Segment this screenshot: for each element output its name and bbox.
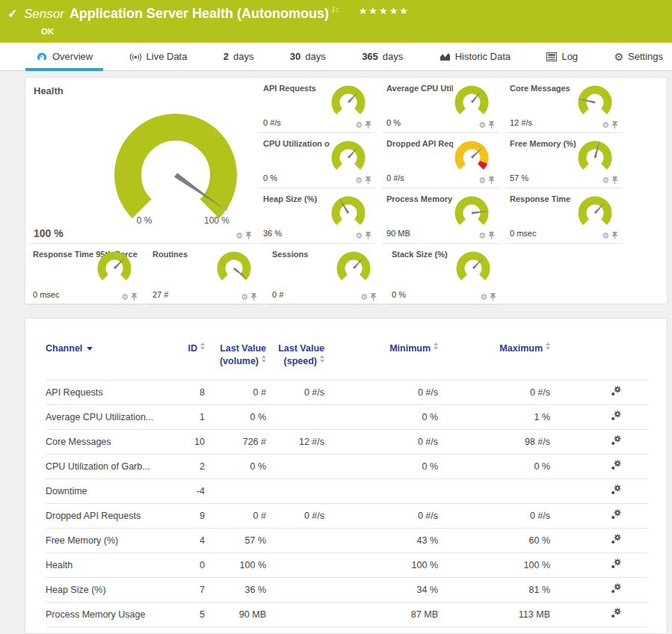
sort-caret-icon[interactable] (87, 347, 93, 351)
gauge-icon (36, 52, 48, 62)
channel-settings-icon[interactable] (611, 608, 621, 618)
gear-icon[interactable]: ⚙ (121, 293, 129, 301)
gauge-arc (450, 83, 493, 120)
sort-arrows-icon[interactable] (262, 355, 266, 363)
table-row[interactable]: Free Memory (%)457 %43 %60 % (46, 528, 648, 553)
gear-icon[interactable]: ⚙ (478, 176, 486, 185)
pin-icon[interactable] (365, 176, 372, 185)
pin-icon[interactable] (611, 176, 618, 185)
priority-stars[interactable]: ★★★★★ (359, 5, 410, 16)
pin-icon[interactable] (365, 121, 372, 129)
sort-arrows-icon[interactable] (546, 342, 550, 350)
gear-icon[interactable]: ⚙ (602, 121, 609, 129)
channel-settings-icon[interactable] (611, 534, 621, 544)
cell-channel: Heap Size (%) (46, 577, 161, 602)
column-header-minimum[interactable]: Minimum (324, 332, 438, 380)
sort-arrows-icon[interactable] (200, 342, 205, 350)
table-row[interactable]: Dropped API Requests90 #0 #/s0 #/s0 #/s (46, 503, 648, 528)
pin-icon[interactable] (370, 293, 377, 301)
column-header-id[interactable]: ID (161, 332, 205, 380)
pin-icon[interactable] (365, 232, 372, 240)
pin-icon[interactable] (488, 232, 495, 240)
gauge-value: 36 % (263, 229, 282, 238)
table-row[interactable]: Health0100 %100 %100 % (46, 553, 648, 577)
table-row[interactable]: Process Memory Usage590 MB87 MB113 MB (46, 602, 648, 627)
cell-channel: Health (46, 553, 161, 577)
table-row[interactable]: CPU Utilization of Garb...20 %0 %0 % (46, 454, 648, 478)
gear-icon[interactable]: ⚙ (355, 121, 363, 129)
table-row[interactable]: Downtime-4 (46, 478, 648, 503)
tab-live-data[interactable]: Live Data (126, 43, 191, 70)
column-header-maximum[interactable]: Maximum (438, 332, 550, 380)
channel-settings-icon[interactable] (611, 410, 621, 421)
cell-id: 0 (161, 553, 205, 577)
tab-settings[interactable]: ⚙Settings (611, 43, 666, 70)
gear-icon[interactable]: ⚙ (235, 232, 243, 240)
gauge-arc (37, 85, 256, 221)
gear-icon[interactable]: ⚙ (478, 232, 486, 240)
column-header-channel[interactable]: Channel (46, 332, 161, 380)
pin-icon[interactable] (488, 176, 495, 185)
tab-days-number: 30 (290, 51, 300, 62)
tab-overview[interactable]: Overview (33, 43, 96, 70)
sort-arrows-icon[interactable] (320, 355, 324, 363)
column-header-actions (550, 332, 648, 380)
tab-365-days[interactable]: 365days (359, 43, 406, 70)
table-row[interactable]: Average CPU Utilization...10 %0 %1 % (46, 404, 648, 429)
channel-settings-icon[interactable] (611, 583, 621, 594)
table-row[interactable]: API Requests80 #0 #/s0 #/s0 #/s (46, 380, 648, 404)
sort-arrows-icon[interactable] (434, 342, 438, 350)
tab-bar: OverviewLive Data2days30days365daysHisto… (0, 43, 672, 71)
gear-icon[interactable]: ⚙ (355, 232, 363, 240)
gear-icon[interactable]: ⚙ (360, 293, 368, 301)
gear-icon[interactable]: ⚙ (478, 121, 486, 129)
cell-last-value-volume: 57 % (205, 528, 266, 553)
channel-settings-icon[interactable] (611, 558, 621, 569)
table-row[interactable]: Heap Size (%)736 %34 %81 % (46, 577, 648, 602)
cell-last-value-speed (266, 454, 324, 478)
column-header-label: Last Value (220, 343, 266, 354)
gear-icon[interactable]: ⚙ (355, 176, 363, 185)
pin-icon[interactable] (250, 293, 257, 301)
column-header-last-value[interactable]: Last Value(volume) (205, 332, 266, 380)
tab-label: days (305, 51, 325, 62)
channel-settings-icon[interactable] (611, 435, 621, 446)
tab-historic-data[interactable]: Historic Data (437, 43, 514, 70)
channel-settings-icon[interactable] (611, 484, 621, 495)
gauge-cell-dropped-api-requests: Dropped API Requests0 #/s⚙ (382, 133, 499, 188)
channel-settings-icon[interactable] (611, 460, 621, 470)
cell-channel: Core Messages (46, 429, 161, 454)
tab-label: Live Data (147, 51, 188, 62)
gauge-cell-sessions: Sessions0 #⚙ (268, 244, 381, 305)
tab-log[interactable]: Log (543, 43, 581, 70)
gauge-arc (573, 83, 617, 120)
gear-icon[interactable]: ⚙ (602, 232, 609, 240)
tab-30-days[interactable]: 30days (287, 43, 329, 70)
gear-icon[interactable]: ⚙ (480, 293, 487, 301)
gauge (327, 83, 370, 123)
pin-icon[interactable] (611, 232, 618, 240)
table-row[interactable]: Core Messages10726 #12 #/s0 #/s98 #/s (46, 429, 648, 454)
gauge (450, 194, 493, 234)
pin-icon[interactable] (488, 121, 495, 129)
channel-settings-icon[interactable] (611, 386, 621, 396)
channel-settings-icon[interactable] (611, 509, 621, 520)
gear-icon[interactable]: ⚙ (241, 293, 248, 301)
tab-days-number: 2 (224, 51, 229, 62)
flag-icon[interactable]: ⚐ (331, 5, 339, 16)
gauge-icon (36, 52, 48, 62)
cell-maximum: 60 % (438, 528, 550, 553)
gear-icon[interactable]: ⚙ (602, 176, 609, 185)
gauge-label: Average CPU Utilization (%) (386, 84, 453, 93)
cell-last-value-volume (205, 478, 266, 503)
cell-channel: Average CPU Utilization... (46, 404, 161, 429)
pin-icon[interactable] (245, 232, 252, 240)
column-header-last-value[interactable]: Last Value(speed) (266, 332, 324, 380)
pin-icon[interactable] (490, 293, 496, 301)
tab-label: days (383, 51, 403, 62)
tab-2-days[interactable]: 2days (221, 43, 257, 70)
pin-icon[interactable] (611, 121, 618, 129)
gauge-label: CPU Utilization of Garbage C... (263, 139, 330, 148)
pin-icon[interactable] (131, 293, 138, 301)
gauge-cell-response-time-95th-percentile: Response Time 95th Percentile0 msec⚙ (28, 244, 142, 305)
